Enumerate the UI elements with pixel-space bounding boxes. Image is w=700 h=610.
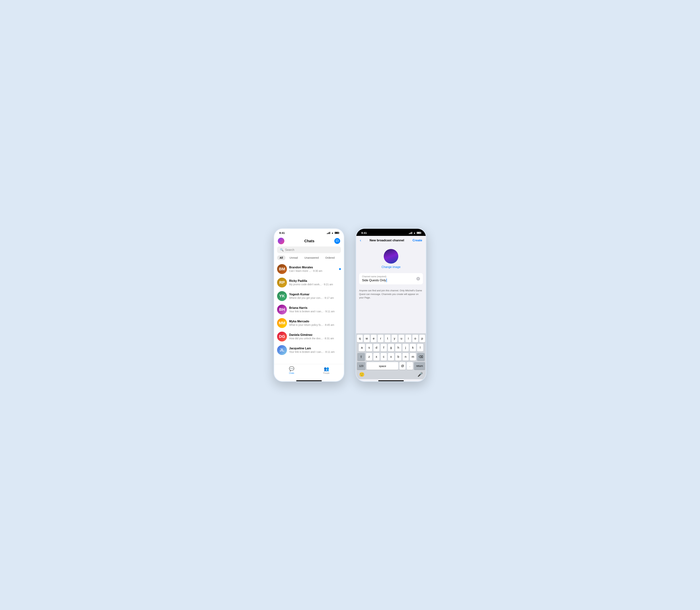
avatar-yogesh: YK xyxy=(277,291,287,301)
nav-people[interactable]: 👥 People xyxy=(309,366,344,375)
key-period[interactable]: . xyxy=(407,362,413,370)
broadcast-screen: 9:41 ▲ ‹ New broadcast channel Create xyxy=(356,229,426,381)
home-indicator-right xyxy=(378,380,404,381)
avatar-briana: BH xyxy=(277,305,287,315)
key-p[interactable]: p xyxy=(419,335,425,342)
people-nav-icon: 👥 xyxy=(324,366,329,371)
chat-item-myka[interactable]: MM Myka Mercado What is your return poli… xyxy=(274,316,344,330)
back-button[interactable]: ‹ xyxy=(360,238,361,243)
key-m[interactable]: m xyxy=(410,353,416,360)
key-x[interactable]: x xyxy=(373,353,380,360)
battery-icon xyxy=(335,232,339,234)
chat-content-briana: Briana Harris Your link is broken and I … xyxy=(289,306,341,313)
key-l[interactable]: l xyxy=(417,344,423,352)
key-space[interactable]: space xyxy=(367,362,398,370)
chat-item-ricky[interactable]: RP Ricky Padilla My promo code didn't wo… xyxy=(274,276,344,289)
key-k[interactable]: k xyxy=(410,344,416,352)
chat-content-myka: Myka Mercado What is your return policy … xyxy=(289,320,341,326)
create-button[interactable]: Create xyxy=(413,239,422,242)
key-n[interactable]: n xyxy=(402,353,409,360)
chats-screen: 9:41 ▲ Chats xyxy=(274,229,344,381)
filter-tab-unread[interactable]: Unread xyxy=(287,255,300,260)
image-section: Change image xyxy=(356,245,426,272)
channel-name-label: Channel name (required) xyxy=(362,275,420,278)
chats-nav-icon: 💬 xyxy=(289,366,295,371)
key-q[interactable]: q xyxy=(357,335,363,342)
key-d[interactable]: d xyxy=(373,344,380,352)
channel-name-field[interactable]: Channel name (required) Side Quests Only… xyxy=(359,273,423,284)
home-indicator-left xyxy=(296,380,322,381)
key-i[interactable]: i xyxy=(405,335,411,342)
key-w[interactable]: w xyxy=(364,335,370,342)
key-h[interactable]: h xyxy=(395,344,401,352)
key-o[interactable]: o xyxy=(412,335,418,342)
status-icons-right: ▲ xyxy=(409,231,421,234)
broadcast-header: ‹ New broadcast channel Create xyxy=(356,236,426,245)
filter-tab-all[interactable]: All xyxy=(277,255,285,260)
chat-item-yogesh[interactable]: YK Yogesh Kumar Where did you get your c… xyxy=(274,289,344,303)
chat-content-jacqueline: Jacqueline Lam Your link is broken and I… xyxy=(289,347,341,353)
key-t[interactable]: t xyxy=(385,335,390,342)
key-g[interactable]: g xyxy=(388,344,394,352)
avatar-ricky: RP xyxy=(277,278,287,288)
key-j[interactable]: j xyxy=(402,344,409,352)
avatar-daniela: DG xyxy=(277,332,287,341)
chat-content-daniela: Daniela Giménez How did you unlock the d… xyxy=(289,333,341,340)
key-c[interactable]: c xyxy=(381,353,387,360)
key-return[interactable]: return xyxy=(414,362,425,370)
chat-list: BM Brandon Morales Can I learn more ... … xyxy=(274,262,344,364)
mic-button[interactable]: 🎤 xyxy=(417,372,423,377)
status-bar-right: 9:41 ▲ xyxy=(356,229,426,236)
key-delete[interactable]: ⌫ xyxy=(417,353,425,360)
key-b[interactable]: b xyxy=(395,353,401,360)
emoji-button[interactable]: 🙂 xyxy=(359,372,365,377)
clear-button[interactable]: ✕ xyxy=(416,277,420,280)
chat-content-brandon: Brandon Morales Can I learn more ... · 9… xyxy=(289,266,337,272)
key-u[interactable]: u xyxy=(399,335,404,342)
battery-icon-right xyxy=(417,232,421,234)
key-y[interactable]: y xyxy=(391,335,397,342)
form-section: Channel name (required) Side Quests Only… xyxy=(359,273,423,284)
chat-meta-brandon xyxy=(339,268,341,270)
bottom-nav: 💬 Chats 👥 People xyxy=(274,364,344,379)
filter-tab-unanswered[interactable]: Unanswered xyxy=(302,255,321,260)
channel-avatar[interactable] xyxy=(384,249,398,263)
status-icons-left: ▲ xyxy=(327,231,339,234)
key-123[interactable]: 123 xyxy=(357,362,366,370)
svg-point-0 xyxy=(337,241,337,241)
chat-content-ricky: Ricky Padilla My promo code didn't work.… xyxy=(289,279,341,286)
channel-name-input[interactable]: Side Quests Only xyxy=(362,278,420,282)
key-v[interactable]: v xyxy=(388,353,394,360)
key-f[interactable]: f xyxy=(381,344,387,352)
key-e[interactable]: e xyxy=(371,335,377,342)
key-z[interactable]: z xyxy=(366,353,372,360)
nav-chats[interactable]: 💬 Chats xyxy=(274,366,309,375)
phones-container: 9:41 ▲ Chats xyxy=(273,228,427,382)
avatar-jacqueline: JL xyxy=(277,345,287,355)
key-r[interactable]: r xyxy=(378,335,384,342)
key-s[interactable]: s xyxy=(366,344,372,352)
filter-tab-ordered[interactable]: Ordered xyxy=(323,255,337,260)
search-bar[interactable]: 🔍 Search xyxy=(277,246,341,253)
key-a[interactable]: a xyxy=(359,344,365,352)
chat-item-brandon[interactable]: BM Brandon Morales Can I learn more ... … xyxy=(274,262,344,276)
keyboard-row-1: q w e r t y u i o p xyxy=(357,335,425,342)
unread-indicator xyxy=(339,268,341,270)
chats-nav-label: Chats xyxy=(289,372,294,374)
filter-tabs: All Unread Unanswered Ordered xyxy=(274,255,344,262)
change-image-button[interactable]: Change image xyxy=(382,266,400,269)
key-shift[interactable]: ⇧ xyxy=(357,353,365,360)
text-cursor xyxy=(386,278,387,282)
new-chat-button[interactable] xyxy=(334,238,340,244)
status-bar-left: 9:41 ▲ xyxy=(274,229,344,236)
user-avatar[interactable] xyxy=(278,238,284,244)
channel-description: Anyone can find and join this channel. O… xyxy=(356,286,426,302)
chat-item-jacqueline[interactable]: JL Jacqueline Lam Your link is broken an… xyxy=(274,343,344,357)
chats-title: Chats xyxy=(304,239,314,243)
keyboard-row-3: ⇧ z x c v b n m ⌫ xyxy=(357,353,425,360)
chat-item-daniela[interactable]: DG Daniela Giménez How did you unlock th… xyxy=(274,330,344,343)
key-at[interactable]: @ xyxy=(399,362,405,370)
keyboard: q w e r t y u i o p a s d f g xyxy=(356,333,426,379)
signal-icon-right xyxy=(409,232,412,234)
chat-item-briana[interactable]: BH Briana Harris Your link is broken and… xyxy=(274,303,344,316)
